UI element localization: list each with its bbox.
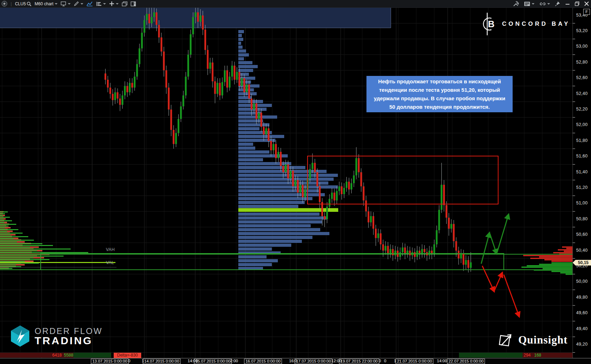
price-tick-label: 50,40 <box>576 248 587 253</box>
price-tick-label: 51,40 <box>576 169 587 174</box>
trading-text: TRADING <box>35 335 103 346</box>
tools-icon <box>513 1 519 7</box>
pin-icon <box>555 1 560 6</box>
instrument-selector[interactable]: CLU5 <box>15 1 31 6</box>
vah-label: VAH <box>106 247 115 252</box>
order-flow-trading-logo: ORDER FLOW TRADING <box>10 325 103 347</box>
close-icon <box>584 1 589 6</box>
concord-bay-logo: B CONCORD BAY <box>479 12 570 36</box>
price-tick-label: 52,80 <box>576 60 587 65</box>
chevron-down-icon <box>80 3 83 5</box>
note-line: 50 долларов тенденция продолжится. <box>366 103 513 111</box>
concord-bay-monogram-icon: B <box>479 12 495 36</box>
panel-icon <box>131 1 136 6</box>
layout-button[interactable] <box>524 1 535 6</box>
drawing-tools-button[interactable] <box>74 1 83 6</box>
add-indicator-button[interactable] <box>109 1 119 6</box>
val-label: VAL <box>106 260 114 265</box>
search-icon <box>26 1 31 6</box>
session-date-label: 17.07.2015 0:00:00 <box>294 359 332 364</box>
price-tick-label: 51,20 <box>576 185 587 190</box>
layout-list-icon <box>524 1 530 6</box>
quinsight-text: Quinsight <box>518 334 568 346</box>
time-fragment-label: 14:00 <box>188 359 198 363</box>
volume-profile-button[interactable] <box>96 1 106 6</box>
link-icon <box>539 2 546 6</box>
price-tick-label: 52,00 <box>576 122 587 127</box>
time-fragment-label: 1 <box>142 359 144 363</box>
panels-button[interactable] <box>131 1 136 6</box>
volume-profile-left <box>0 211 115 269</box>
session-volume-bars <box>0 353 573 358</box>
line-chart-icon <box>86 1 93 6</box>
note-line: тенденции после теста уровня 51,20, кото… <box>366 86 513 94</box>
time-axis[interactable]: 13.07.2015 0:00:0014.07.2015 0:00:0015.0… <box>0 358 591 364</box>
price-tick-label: 51,80 <box>576 138 587 143</box>
chart-type-button[interactable] <box>86 1 93 6</box>
quinsight-logo: Quinsight <box>498 332 568 348</box>
copy-window-icon <box>122 1 127 6</box>
time-fragment-label: 0 <box>384 359 386 363</box>
session-date-label: 16.07.2015 0:00:00 <box>244 359 282 364</box>
time-fragment-label: 0 <box>128 359 130 363</box>
volume-profile-right <box>521 246 573 275</box>
instrument-label: CLU5 <box>15 1 26 6</box>
titlebar-toolbar: | CLU5 M60 chart <box>0 0 591 8</box>
chart-canvas[interactable] <box>0 7 591 364</box>
price-tick-label: 51,00 <box>576 201 587 205</box>
session-date-label: 19.07.2015 22:00:00 <box>339 359 379 364</box>
chevron-down-icon <box>103 3 106 5</box>
price-tick-label: 53,20 <box>576 28 587 33</box>
price-tick-label: 52,20 <box>576 107 587 112</box>
timeframe-selector[interactable]: M60 chart <box>35 1 58 6</box>
pencil-icon <box>74 1 79 6</box>
note-line: удержали продавцы. В случае пробоя подде… <box>366 94 513 103</box>
chevron-down-icon <box>55 3 58 5</box>
price-tick-label: 50,60 <box>576 232 587 237</box>
price-tick-label: 51,60 <box>576 154 587 159</box>
volume-profile-center <box>238 30 338 270</box>
time-fragment-label: 12:00 <box>332 359 342 363</box>
concord-bay-text: CONCORD BAY <box>502 20 570 28</box>
svg-text:B: B <box>488 19 495 29</box>
trading-platform-window: | CLU5 M60 chart <box>0 0 591 364</box>
maximize-icon <box>575 1 579 6</box>
minimize-button[interactable] <box>565 1 570 6</box>
analysis-note: Нефть продолжает торговаться в нисходяще… <box>366 76 513 112</box>
price-tick-label: 49,60 <box>576 310 587 315</box>
session-date-label: 22.07.2015 0:00:00 <box>447 359 485 364</box>
session-date-label: 13.07.2015 0:00:00 <box>91 359 129 364</box>
clone-chart-button[interactable] <box>122 1 127 6</box>
delta-badge: Delta=-830 <box>114 353 141 358</box>
session-date-label: 15.07.2015 0:00:00 <box>194 359 232 364</box>
order-flow-hexagon-icon <box>10 325 30 347</box>
last-price-tag: 50,15 <box>575 260 591 265</box>
session-bid-volume-left: 5588 <box>64 353 73 358</box>
link-charts-button[interactable] <box>539 2 550 6</box>
price-tick-label: 52,60 <box>576 75 587 80</box>
session-ask-volume-right: 294 <box>524 353 531 358</box>
quinsight-pen-icon <box>498 332 513 348</box>
app-logo-icon[interactable] <box>1 1 7 7</box>
session-ask-volume-left: 6418 <box>52 353 62 358</box>
price-tick-label: 50,80 <box>576 216 587 221</box>
session-date-label: 14.07.2015 0:00:00 <box>143 359 180 364</box>
time-fragment-label: 1 <box>394 359 396 363</box>
session-date-label: 21.07.2015 0:00:00 <box>395 359 433 364</box>
time-fragment-label: 2:00 <box>230 359 238 363</box>
price-tick-label: 49,80 <box>576 295 587 300</box>
close-button[interactable] <box>584 1 589 6</box>
settings-tools-button[interactable] <box>513 1 519 7</box>
chevron-down-icon <box>532 3 535 5</box>
order-flow-text: ORDER FLOW <box>35 327 103 335</box>
profile-histogram-icon <box>96 1 102 6</box>
fit-scale-button[interactable]: F <box>583 9 590 15</box>
chevron-down-icon <box>68 3 71 5</box>
timeframe-label: M60 chart <box>35 1 53 6</box>
maximize-button[interactable] <box>575 1 579 6</box>
screens-button[interactable] <box>61 1 71 6</box>
minimize-icon <box>565 1 570 6</box>
price-tick-label: 49,20 <box>576 342 587 347</box>
pin-window-button[interactable] <box>555 1 560 6</box>
scenario-arrows <box>481 215 519 316</box>
